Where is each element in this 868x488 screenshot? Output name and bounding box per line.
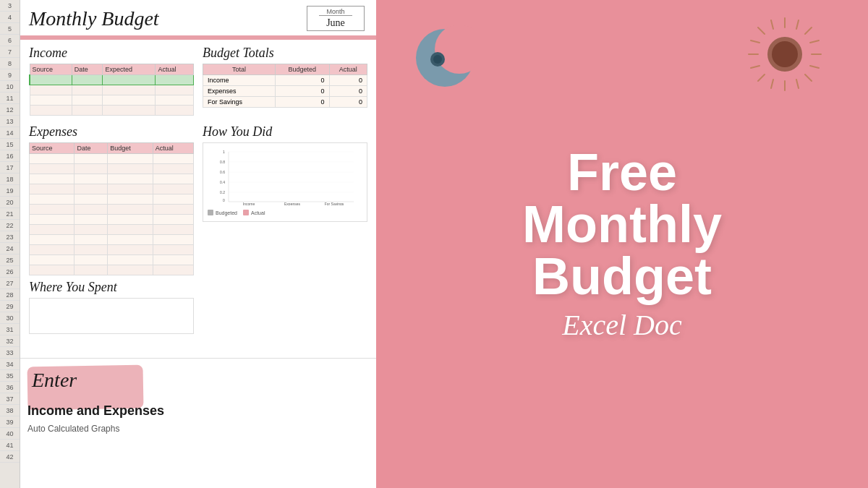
svg-line-28 <box>771 20 773 29</box>
row-num: 20 <box>0 197 20 208</box>
table-row[interactable] <box>30 75 194 85</box>
totals-col-actual: Actual <box>329 64 367 75</box>
enter-text: Enter <box>32 369 77 392</box>
table-row <box>30 85 194 95</box>
table-row: Income 0 0 <box>203 75 367 86</box>
row-num: 18 <box>0 174 20 185</box>
budget-totals-section: Budget Totals Total Budgeted Actual Inco… <box>203 46 367 116</box>
table-row <box>30 154 194 164</box>
row-num: 22 <box>0 220 20 231</box>
row-num: 25 <box>0 254 20 266</box>
totals-table: Total Budgeted Actual Income 0 0 Expense… <box>203 64 367 108</box>
row-num: 16 <box>0 150 20 162</box>
svg-line-32 <box>810 40 819 43</box>
monthly-label: Monthly <box>522 198 722 250</box>
svg-point-37 <box>772 41 798 67</box>
svg-text:Income: Income <box>243 202 255 205</box>
how-you-did-title: How You Did <box>203 124 367 140</box>
svg-text:1: 1 <box>223 150 225 154</box>
row-num: 41 <box>0 440 20 451</box>
row-num: 23 <box>0 231 20 243</box>
table-row <box>30 225 194 235</box>
row-num: 38 <box>0 405 20 416</box>
expenses-table: Source Date Budget Actual <box>29 142 194 275</box>
svg-point-19 <box>433 55 442 64</box>
table-row: Expenses 0 0 <box>203 86 367 97</box>
table-row <box>30 106 194 116</box>
free-label: Free <box>522 146 722 198</box>
table-row <box>30 265 194 275</box>
table-row <box>30 255 194 265</box>
row-num: 32 <box>0 335 20 347</box>
svg-line-33 <box>810 66 819 68</box>
exp-col-actual: Actual <box>153 143 193 154</box>
actual-dot <box>243 210 249 215</box>
svg-line-27 <box>758 74 765 81</box>
row-num: 14 <box>0 127 20 139</box>
totals-col-budgeted: Budgeted <box>275 64 329 75</box>
row-num: 6 <box>0 35 20 46</box>
income-section: Income Source Date Expected Actual <box>29 46 194 116</box>
table-row <box>30 215 194 225</box>
row-num: 36 <box>0 382 20 393</box>
row-num: 15 <box>0 139 20 150</box>
table-row: For Savings 0 0 <box>203 97 367 108</box>
right-panel: Free Monthly Budget Excel Doc <box>376 0 868 488</box>
row-num: 11 <box>0 93 20 104</box>
svg-line-30 <box>751 40 760 43</box>
row-numbers: 3 4 5 6 7 8 9 10 11 12 13 14 15 16 17 18… <box>0 0 20 488</box>
row-num: 8 <box>0 58 20 69</box>
row-num: 35 <box>0 370 20 382</box>
row-num: 13 <box>0 116 20 127</box>
row-num: 30 <box>0 312 20 324</box>
row-num: 19 <box>0 185 20 197</box>
table-row <box>30 95 194 106</box>
month-box: Month June <box>307 6 365 31</box>
row-num: 27 <box>0 278 20 289</box>
exp-col-budget: Budget <box>108 143 153 154</box>
table-row <box>30 235 194 245</box>
totals-col-total: Total <box>203 64 276 75</box>
income-col-source: Source <box>30 64 72 75</box>
income-title: Income <box>29 46 194 61</box>
bottom-overlay: Enter Income and Expenses Auto Calculate… <box>20 358 376 488</box>
income-col-expected: Expected <box>103 64 156 75</box>
excel-label: Excel Doc <box>522 308 722 342</box>
exp-col-date: Date <box>75 143 108 154</box>
row-num: 4 <box>0 12 20 23</box>
chart-legend: Budgeted Actual <box>208 210 362 215</box>
svg-line-35 <box>796 80 799 88</box>
chart-container: 1 0.8 0.6 0.4 0.2 0 <box>203 142 367 222</box>
row-num: 31 <box>0 324 20 335</box>
row-num: 10 <box>0 81 20 93</box>
row-num: 12 <box>0 104 20 116</box>
where-you-spent-box <box>29 298 194 334</box>
budget-title: Monthly Budget <box>29 7 159 30</box>
svg-text:0.2: 0.2 <box>220 190 225 194</box>
svg-line-34 <box>771 80 773 88</box>
row-num: 37 <box>0 393 20 405</box>
main-text-block: Free Monthly Budget Excel Doc <box>522 146 722 342</box>
income-col-date: Date <box>72 64 103 75</box>
budget-chart: 1 0.8 0.6 0.4 0.2 0 <box>208 147 362 205</box>
svg-line-29 <box>796 20 799 29</box>
legend-actual: Actual <box>243 210 265 215</box>
svg-line-24 <box>758 27 765 34</box>
budget-header: Monthly Budget Month June <box>20 0 376 38</box>
svg-line-26 <box>805 27 812 34</box>
left-panel: 3 4 5 6 7 8 9 10 11 12 13 14 15 16 17 18… <box>0 0 376 488</box>
moon-decoration <box>405 22 477 94</box>
moon-icon <box>405 22 477 94</box>
actual-label: Actual <box>251 210 265 215</box>
how-section: Expenses Source Date Budget Actual <box>20 120 376 334</box>
budgeted-dot <box>208 210 213 215</box>
row-num: 3 <box>0 0 20 12</box>
svg-text:Expenses: Expenses <box>284 202 300 205</box>
row-num: 24 <box>0 243 20 254</box>
table-row <box>30 205 194 215</box>
table-row <box>30 194 194 205</box>
row-num: 42 <box>0 451 20 463</box>
table-row <box>30 164 194 174</box>
svg-line-31 <box>751 66 760 68</box>
svg-text:0.4: 0.4 <box>220 180 225 184</box>
